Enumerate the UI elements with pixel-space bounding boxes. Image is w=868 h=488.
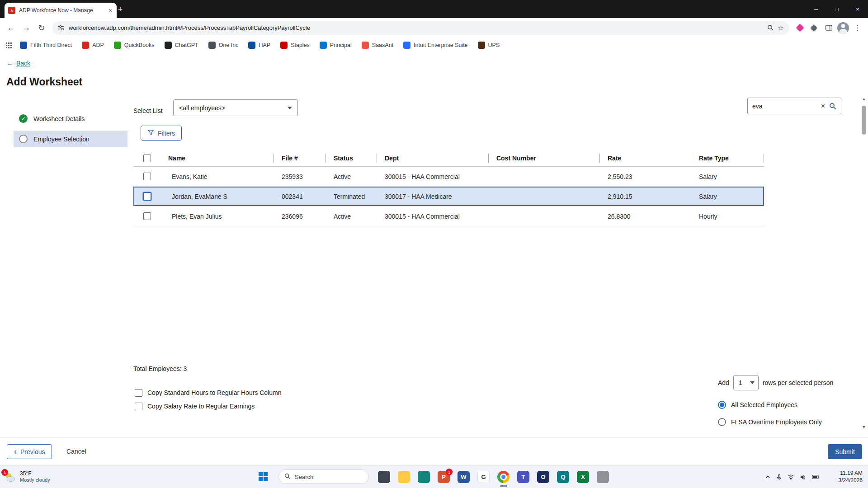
table-row[interactable]: Plets, Evan Julius 236096 Active 300015 … <box>133 206 764 226</box>
back-nav-icon[interactable]: ← <box>4 21 18 35</box>
site-settings-icon[interactable] <box>58 24 65 31</box>
row-checkbox-cell <box>133 187 160 206</box>
option-row[interactable]: Copy Salary Rate to Regular Earnings <box>135 399 281 413</box>
taskbar-app-teal[interactable] <box>418 471 430 483</box>
bookmark-item[interactable]: Principal <box>320 42 352 49</box>
taskbar-app-grammarly[interactable]: G <box>477 471 490 483</box>
employee-search-input[interactable]: eva × <box>747 98 841 114</box>
bookmark-favicon <box>20 42 27 49</box>
bookmark-label: Intuit Enterprise Suite <box>414 42 468 48</box>
chevron-left-icon: ‹ <box>14 447 17 455</box>
tray-chevron-up-icon[interactable] <box>765 474 771 480</box>
taskbar-app-excel[interactable]: X <box>577 471 589 483</box>
taskbar-app-powerpoint[interactable]: P 1 <box>438 471 450 483</box>
step-employee-selection[interactable]: Employee Selection <box>14 131 127 147</box>
app-letter: T <box>522 474 525 480</box>
option-checkbox[interactable] <box>135 389 142 397</box>
scroll-up-icon[interactable]: ▲ <box>861 96 867 102</box>
scroll-down-icon[interactable]: ▼ <box>861 424 867 430</box>
bookmark-item[interactable]: ADP <box>82 42 104 49</box>
browser-tab[interactable]: A ADP Workforce Now - Manage × <box>5 3 117 18</box>
cell-status: Active <box>326 206 377 226</box>
add-rows-suffix: rows per selected person <box>763 379 833 386</box>
extensions-puzzle-icon[interactable] <box>807 21 821 35</box>
apps-grid-icon[interactable] <box>5 42 12 48</box>
window-minimize-button[interactable]: ─ <box>806 0 826 18</box>
cell-rate-type: Salary <box>691 167 764 186</box>
row-checkbox-cell <box>133 167 160 186</box>
scrollbar-thumb[interactable] <box>862 106 866 135</box>
radio-button[interactable] <box>718 401 726 409</box>
side-panel-icon[interactable] <box>822 21 835 35</box>
taskbar-search[interactable]: Search <box>278 469 369 484</box>
table-row[interactable]: Evans, Katie 235933 Active 300015 - HAA … <box>133 167 764 187</box>
search-clear-icon[interactable]: × <box>821 103 825 110</box>
taskbar-clock[interactable]: 11:19 AM 3/24/2026 <box>839 466 863 488</box>
filters-button[interactable]: Filters <box>141 126 182 141</box>
add-rows-control: Add 1 rows per selected person <box>718 375 833 390</box>
row-checkbox[interactable] <box>143 212 151 220</box>
bookmark-item[interactable]: One Inc <box>208 42 239 49</box>
table-row[interactable]: Jordan, EvaMarie S 002341 Terminated 300… <box>133 187 764 206</box>
wifi-icon[interactable] <box>788 474 794 480</box>
new-tab-button[interactable]: + <box>115 4 126 15</box>
step-worksheet-details[interactable]: ✓ Worksheet Details <box>14 110 127 127</box>
taskbar-app-word[interactable]: W <box>458 471 470 483</box>
cancel-link[interactable]: Cancel <box>66 448 86 455</box>
radio-option[interactable]: FLSA Overtime Employees Only <box>718 415 822 429</box>
select-list-dropdown[interactable]: <all employees> <box>173 99 298 116</box>
row-checkbox[interactable] <box>143 192 151 200</box>
bookmark-item[interactable]: UPS <box>478 42 500 49</box>
microphone-icon[interactable] <box>776 474 782 480</box>
cell-cost-number <box>489 187 600 206</box>
pink-extension-icon[interactable] <box>793 21 807 35</box>
bookmark-item[interactable]: Fifth Third Direct <box>20 42 72 49</box>
bookmark-item[interactable]: Intuit Enterprise Suite <box>403 42 468 49</box>
step-label: Employee Selection <box>33 136 90 143</box>
taskbar-app-outlook[interactable]: O <box>537 471 549 483</box>
bookmark-item[interactable]: SaasAnt <box>362 42 393 49</box>
row-checkbox[interactable] <box>143 173 151 180</box>
taskbar-app-dark[interactable] <box>378 471 390 483</box>
select-all-checkbox[interactable] <box>143 155 151 162</box>
taskbar-app-calculator[interactable] <box>597 471 609 483</box>
bookmark-star-icon[interactable]: ☆ <box>778 24 784 32</box>
step-label: Worksheet Details <box>33 115 85 122</box>
browser-menu-icon[interactable]: ⋮ <box>851 21 864 35</box>
search-icon[interactable] <box>829 103 836 110</box>
radio-button[interactable] <box>718 418 726 426</box>
option-checkbox[interactable] <box>135 403 142 410</box>
adp-page: ← Back Add Worksheet ✓ Worksheet Details… <box>0 52 868 466</box>
taskbar-app-teams[interactable]: T <box>517 471 529 483</box>
taskbar-app-quick[interactable]: Q <box>557 471 569 483</box>
battery-icon[interactable] <box>812 474 820 479</box>
back-link[interactable]: ← Back <box>7 60 30 67</box>
bookmark-item[interactable]: HAP <box>248 42 270 49</box>
profile-avatar[interactable] <box>836 21 850 35</box>
tab-close-icon[interactable]: × <box>108 7 113 14</box>
page-scrollbar[interactable]: ▲ ▼ <box>861 96 867 430</box>
option-row[interactable]: Copy Standard Hours to Regular Hours Col… <box>135 386 281 399</box>
address-bar[interactable]: workforcenow.adp.com/theme/admin.html#/P… <box>52 21 789 35</box>
submit-button[interactable]: Submit <box>828 444 862 459</box>
rows-count-dropdown[interactable]: 1 <box>733 375 759 390</box>
adp-favicon: A <box>8 7 15 14</box>
forward-nav-icon[interactable]: → <box>19 21 33 35</box>
reload-icon[interactable]: ↻ <box>34 21 49 35</box>
radio-option[interactable]: All Selected Employees <box>718 398 822 412</box>
taskbar-app-chrome[interactable] <box>497 471 509 483</box>
clock-date: 3/24/2026 <box>839 477 863 484</box>
previous-button[interactable]: ‹ Previous <box>7 444 52 459</box>
windows-start-button[interactable] <box>259 472 268 482</box>
bookmark-favicon <box>114 42 121 49</box>
zoom-icon[interactable] <box>767 24 774 31</box>
weather-widget[interactable]: 1 35°F Mostly cloudy <box>4 466 50 488</box>
window-close-button[interactable]: × <box>847 0 868 18</box>
bookmark-item[interactable]: QuickBooks <box>114 42 155 49</box>
window-maximize-button[interactable]: □ <box>826 0 847 18</box>
bookmark-item[interactable]: Staples <box>280 42 310 49</box>
bookmark-item[interactable]: ChatGPT <box>165 42 198 49</box>
volume-icon[interactable] <box>800 474 807 480</box>
taskbar-app-file-explorer[interactable] <box>398 471 410 483</box>
cell-file-number: 002341 <box>274 187 326 206</box>
